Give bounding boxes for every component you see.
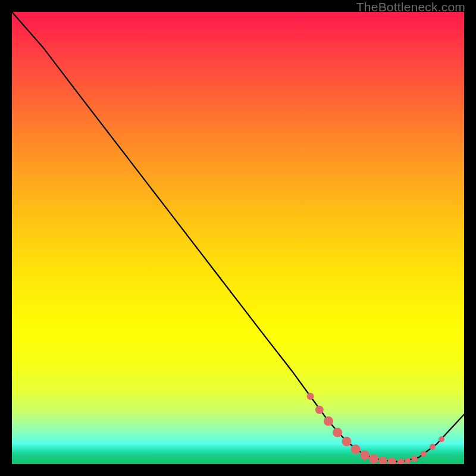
chart-frame: TheBottleneck.com (0, 0, 476, 476)
data-marker (397, 458, 405, 464)
data-marker (315, 406, 324, 414)
data-marker (439, 436, 444, 442)
data-marker (378, 456, 387, 464)
data-marker (405, 458, 411, 464)
data-marker (307, 393, 314, 400)
data-marker (369, 454, 378, 464)
curve-markers (307, 393, 444, 464)
plot-area (12, 12, 464, 464)
data-marker (351, 444, 361, 454)
data-marker (342, 437, 351, 446)
data-marker (333, 428, 342, 437)
data-marker (411, 456, 417, 462)
data-marker (360, 450, 369, 460)
data-marker (421, 451, 427, 457)
data-marker (387, 457, 396, 464)
data-marker (324, 416, 333, 426)
curve-line (12, 12, 464, 462)
chart-svg (12, 12, 464, 464)
data-marker (430, 444, 436, 450)
